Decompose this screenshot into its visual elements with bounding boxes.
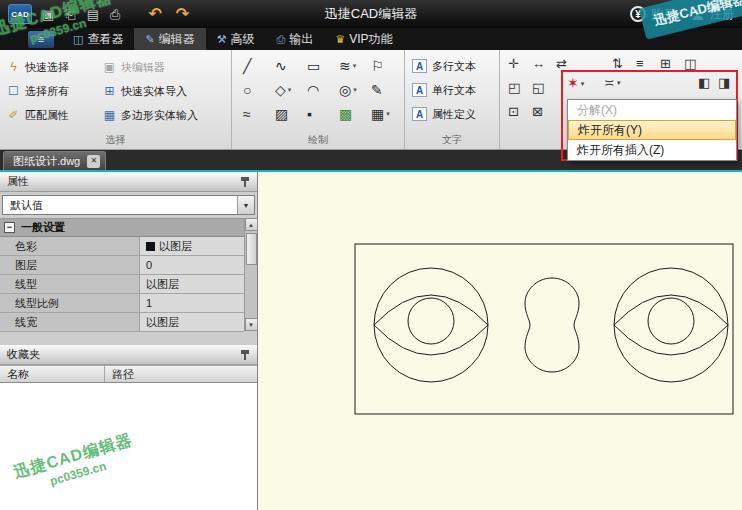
menu-item-explode-all-inserts[interactable]: 炸开所有插入(Z) (568, 140, 736, 160)
new-file-icon[interactable]: ▣ (42, 8, 54, 21)
drawing-rectangle[interactable] (355, 244, 733, 414)
modify-tool-b-button[interactable]: ◨ (718, 76, 730, 89)
property-value[interactable]: 以图层 (140, 275, 244, 293)
selection-group: ϟ 快速选择 ☐ 选择所有 ✐ 匹配属性 ▣ 块编辑器 ⊞ (0, 50, 232, 149)
quick-select-button[interactable]: ϟ 快速选择 (6, 55, 102, 79)
tab-label: 查看器 (87, 31, 123, 48)
property-row-linetype[interactable]: 线型 以图层 (0, 275, 244, 294)
revision-flag-tool[interactable]: ⚐ (368, 59, 400, 73)
trim-icon[interactable]: ◰ (508, 81, 520, 94)
collapse-icon[interactable]: − (4, 222, 15, 233)
spline-tool[interactable]: ∿ (272, 59, 304, 73)
scale-box-icon[interactable]: ⊡ (508, 105, 519, 118)
scrollbar-thumb[interactable] (246, 233, 257, 265)
value-text: 1 (146, 297, 152, 309)
buy-button[interactable]: ¥ 购买 (630, 6, 675, 23)
polyline-tool[interactable]: ≋▾ (336, 59, 368, 73)
table-tool[interactable]: ▦▾ (368, 107, 400, 121)
drawing-canvas[interactable] (258, 172, 742, 510)
ellipse-tool[interactable]: ◎▾ (336, 83, 368, 97)
rectangle-icon: ▭ (307, 59, 320, 73)
left-panel: 属性 默认值 ▼ − 一般设置 色彩 (0, 172, 258, 510)
attribute-define-button[interactable]: A 属性定义 (412, 102, 497, 126)
explode-dropdown-menu: 分解(X) 炸开所有(Y) 炸开所有插入(Z) (567, 99, 737, 161)
hatch-tool[interactable]: ▨ (272, 107, 304, 121)
right-eye-lens[interactable] (614, 295, 728, 355)
column-header-path[interactable]: 路径 (105, 366, 257, 383)
close-icon[interactable]: ✕ (87, 155, 100, 168)
fillet-icon[interactable]: ◱ (532, 81, 544, 94)
select-all-button[interactable]: ☐ 选择所有 (6, 79, 102, 103)
quick-select-icon: ϟ (6, 61, 21, 73)
print-icon[interactable]: ⎙ (110, 8, 120, 21)
tab-vip[interactable]: ♛ VIP功能 (324, 28, 403, 50)
tab-viewer[interactable]: ◫ 查看器 (62, 28, 134, 50)
right-eye-outer-circle[interactable] (614, 268, 728, 382)
array-icon[interactable]: ⇅ (612, 57, 623, 70)
erase-icon[interactable]: ⊠ (532, 105, 543, 118)
scrollbar[interactable]: ▲ ▼ (244, 218, 257, 331)
pin-icon[interactable] (240, 176, 250, 188)
property-row-linetype-scale[interactable]: 线型比例 1 (0, 294, 244, 313)
arc-tool[interactable]: ◠ (304, 83, 336, 97)
property-row-color[interactable]: 色彩 以图层 (0, 237, 244, 256)
circle-tool[interactable]: ○ (240, 83, 272, 97)
preset-dropdown[interactable]: 默认值 ▼ (2, 195, 255, 215)
mirror-icon[interactable]: ↔ (532, 57, 545, 70)
scroll-up-icon[interactable]: ▲ (245, 218, 258, 231)
left-eye-lens[interactable] (374, 295, 488, 355)
tab-label: 高级 (231, 31, 255, 48)
line-tool[interactable]: ╱ (240, 59, 272, 73)
app-menu-button[interactable]: ≡ (28, 31, 54, 48)
tab-output[interactable]: ⎙ 输出 (266, 28, 325, 50)
align-dropdown-button[interactable]: ≍ ▾ (604, 76, 620, 89)
chevron-down-icon[interactable]: ▼ (237, 196, 254, 214)
viewport-icon[interactable]: ◫ (684, 57, 696, 70)
property-value[interactable]: 1 (140, 294, 244, 312)
pin-icon[interactable] (240, 349, 250, 361)
modify-tool-a-button[interactable]: ◧ (698, 76, 710, 89)
favorites-list[interactable] (0, 383, 257, 510)
middle-peanut-shape[interactable] (525, 278, 579, 372)
document-tab[interactable]: 图纸设计.dwg ✕ (3, 151, 106, 170)
revision-cloud-tool[interactable]: ≈ (240, 107, 272, 121)
register-button[interactable]: 注册 (691, 6, 734, 23)
quick-entity-import-button[interactable]: ⊞ 快速实体导入 (102, 79, 198, 103)
property-value[interactable]: 以图层 (140, 313, 244, 331)
left-eye-outer-circle[interactable] (374, 268, 488, 382)
explode-dropdown-button[interactable]: ✶ ▾ (567, 76, 584, 90)
menu-item-explode-all[interactable]: 炸开所有(Y) (568, 120, 736, 140)
rectangle-tool[interactable]: ▭ (304, 59, 336, 73)
column-header-name[interactable]: 名称 (0, 366, 105, 383)
insert-block-icon[interactable]: ⊞ (660, 57, 671, 70)
redo-icon[interactable]: ↷ (176, 6, 189, 22)
hatch-icon: ▨ (275, 107, 288, 121)
tab-editor[interactable]: ✎ 编辑器 (134, 28, 205, 50)
multiline-text-button[interactable]: A 多行文本 (412, 54, 497, 78)
property-row-layer[interactable]: 图层 0 (0, 256, 244, 275)
property-row-lineweight[interactable]: 线宽 以图层 (0, 313, 244, 332)
block-editor-button: ▣ 块编辑器 (102, 55, 198, 79)
sketch-tool[interactable]: ✎ (368, 83, 400, 97)
offset-icon[interactable]: ⇄ (556, 57, 567, 70)
polygon-entity-input-button[interactable]: ▦ 多边形实体输入 (102, 103, 198, 127)
open-file-icon[interactable]: ⎗ (65, 8, 75, 21)
region-tool[interactable]: ▩ (336, 107, 368, 121)
scroll-down-icon[interactable]: ▼ (245, 318, 258, 331)
move-icon[interactable]: ✛ (508, 57, 519, 70)
left-eye-inner-circle[interactable] (408, 298, 454, 344)
save-icon[interactable]: ▤ (87, 8, 99, 21)
section-general-settings[interactable]: − 一般设置 (0, 219, 244, 237)
undo-icon[interactable]: ↶ (148, 6, 161, 22)
property-value[interactable]: 0 (140, 256, 244, 274)
align-icon: ≍ (604, 76, 615, 89)
layers-icon[interactable]: ≡ (636, 57, 644, 70)
property-value[interactable]: 以图层 (140, 237, 244, 255)
match-properties-button[interactable]: ✐ 匹配属性 (6, 103, 102, 127)
tab-advanced[interactable]: ⚒ 高级 (206, 28, 266, 50)
polygon-tool[interactable]: ◇▾ (272, 83, 304, 97)
right-eye-inner-circle[interactable] (648, 298, 694, 344)
button-label: 块编辑器 (121, 60, 165, 75)
singleline-text-button[interactable]: A 单行文本 (412, 78, 497, 102)
point-tool[interactable]: ▪ (304, 107, 336, 121)
